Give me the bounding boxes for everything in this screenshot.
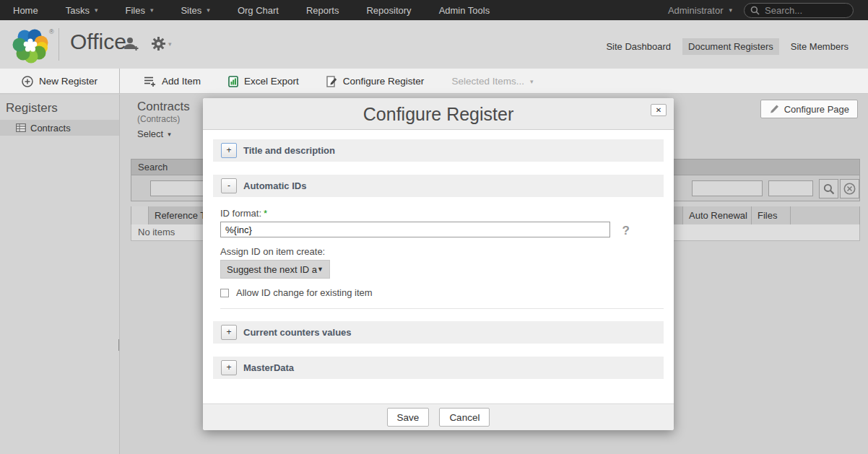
select-dropdown[interactable]: Select ▾ — [137, 128, 171, 139]
header-divider — [58, 28, 59, 61]
section-current-counters[interactable]: + Current counters values — [213, 321, 664, 344]
site-nav: Site Dashboard Document Registers Site M… — [600, 38, 854, 55]
page-subtitle: (Contracts) — [137, 114, 180, 124]
required-asterisk: * — [264, 208, 267, 219]
id-format-input[interactable] — [220, 222, 610, 237]
new-register-button[interactable]: New Register — [0, 69, 120, 94]
excel-export-button[interactable]: Excel Export — [228, 76, 299, 87]
tab-document-registers[interactable]: Document Registers — [682, 38, 779, 55]
configure-register-button[interactable]: Configure Register — [326, 76, 425, 87]
save-button[interactable]: Save — [387, 408, 430, 427]
global-search-input[interactable] — [765, 5, 837, 16]
chevron-down-icon: ▾ — [729, 6, 732, 14]
tab-site-dashboard[interactable]: Site Dashboard — [600, 38, 677, 55]
collapse-toggle[interactable]: - — [221, 178, 237, 193]
excel-icon — [228, 76, 238, 87]
close-icon[interactable]: ✕ — [651, 104, 667, 116]
add-item-icon — [144, 76, 156, 87]
nav-sites[interactable]: Sites▾ — [167, 0, 223, 20]
registered-mark: ® — [49, 28, 54, 35]
table-header-files[interactable]: Files — [752, 206, 791, 224]
chevron-down-icon: ▾ — [150, 6, 154, 14]
assign-id-select[interactable]: Suggest the next ID a ▼ — [220, 260, 330, 279]
settings-menu[interactable]: ▾ — [152, 37, 172, 51]
selected-items-button[interactable]: Selected Items... ▾ — [451, 76, 533, 87]
configure-page-button[interactable]: Configure Page — [760, 100, 858, 118]
section-title-and-description[interactable]: + Title and description — [213, 139, 664, 162]
dropdown-arrow-icon: ▼ — [317, 266, 324, 273]
dialog-body: + Title and description - Automatic IDs … — [203, 130, 674, 379]
nav-home[interactable]: Home — [0, 0, 52, 20]
nav-repository[interactable]: Repository — [352, 0, 425, 20]
tab-site-members[interactable]: Site Members — [785, 38, 854, 55]
pencil-icon — [769, 104, 779, 114]
site-header: ® Office ▾ Site Dashboard Document Regis… — [0, 20, 868, 69]
expand-toggle[interactable]: + — [221, 325, 237, 340]
cancel-button[interactable]: Cancel — [439, 408, 490, 427]
site-title: Office — [70, 30, 126, 54]
configure-register-dialog: Configure Register ✕ + Title and descrip… — [203, 98, 674, 430]
allow-id-change-row: Allow ID change for existing item — [220, 287, 664, 298]
allow-id-change-label: Allow ID change for existing item — [236, 287, 373, 298]
dialog-header: Configure Register ✕ — [203, 98, 674, 130]
chevron-down-icon: ▾ — [168, 131, 171, 138]
help-icon[interactable]: ? — [622, 224, 630, 238]
table-header-select — [131, 206, 149, 224]
invite-user-icon[interactable] — [123, 37, 140, 54]
topnav-right: Administrator▾ — [668, 3, 868, 18]
sidebar-title: Registers — [0, 95, 119, 120]
chevron-down-icon: ▾ — [95, 6, 98, 14]
section-masterdata[interactable]: + MasterData — [213, 357, 664, 379]
edit-page-icon — [326, 76, 337, 87]
filter-input-2[interactable] — [692, 180, 763, 196]
global-search-box — [744, 3, 854, 18]
assign-id-label: Assign ID on item create: — [220, 246, 664, 257]
circle-x-icon — [843, 183, 856, 195]
nav-reports[interactable]: Reports — [292, 0, 353, 20]
filter-search-button[interactable] — [819, 179, 838, 198]
nav-tasks[interactable]: Tasks▾ — [52, 0, 112, 20]
register-table-icon — [16, 123, 26, 132]
filter-input-3[interactable] — [768, 180, 813, 196]
id-format-label: ID format:* — [220, 208, 664, 219]
chevron-down-icon: ▾ — [530, 78, 534, 85]
expand-toggle[interactable]: + — [221, 360, 237, 375]
dialog-footer: Save Cancel — [203, 403, 674, 430]
nav-files[interactable]: Files▾ — [111, 0, 167, 20]
user-menu[interactable]: Administrator▾ — [668, 5, 732, 16]
nav-admin-tools[interactable]: Admin Tools — [425, 0, 504, 20]
add-item-button[interactable]: Add Item — [144, 76, 201, 87]
expand-toggle[interactable]: + — [221, 143, 237, 158]
register-toolbar: New Register Add Item Excel Export Confi… — [0, 69, 868, 94]
search-icon — [750, 6, 760, 15]
table-header-spacer — [791, 206, 859, 224]
search-icon — [823, 183, 835, 195]
sidebar-item-contracts[interactable]: Contracts — [0, 120, 119, 136]
plus-circle-icon — [22, 76, 33, 87]
filter-clear-button[interactable] — [840, 179, 859, 198]
chevron-down-icon: ▾ — [207, 6, 210, 14]
page-title: Contracts — [137, 100, 190, 114]
section-automatic-ids[interactable]: - Automatic IDs — [213, 175, 664, 197]
gear-icon — [152, 37, 165, 51]
automatic-ids-content: ID format:* ? Assign ID on item create: … — [220, 208, 664, 309]
chevron-down-icon: ▾ — [168, 40, 172, 48]
toolbar-actions: Add Item Excel Export Configure Register… — [120, 69, 533, 94]
dialog-title: Configure Register — [363, 104, 513, 124]
allow-id-change-checkbox[interactable] — [220, 289, 229, 297]
registers-sidebar: Registers Contracts — [0, 95, 120, 454]
alfresco-logo[interactable]: ® — [12, 25, 56, 67]
top-navigation-bar: Home Tasks▾ Files▾ Sites▾ Org Chart Repo… — [0, 0, 868, 20]
table-header-auto-renewal[interactable]: Auto Renewal — [683, 206, 752, 224]
nav-org-chart[interactable]: Org Chart — [224, 0, 292, 20]
